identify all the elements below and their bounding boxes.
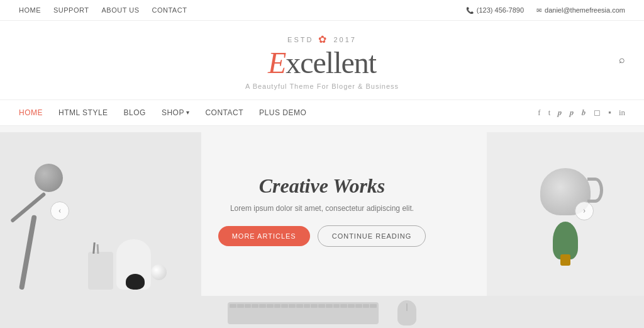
main-nav-links: HOME HTML STYLE BLOG SHOP CONTACT PLUS D…	[19, 108, 306, 117]
more-articles-button[interactable]: MORE ARTICLES	[218, 226, 310, 246]
flower-icon: ✿	[318, 33, 328, 45]
lamp-arm	[10, 192, 46, 223]
logo-rest: xcellent	[286, 46, 376, 79]
linkedin-icon[interactable]: in	[619, 108, 625, 118]
key	[281, 304, 288, 308]
pencil-cup	[88, 252, 113, 290]
panda-toy	[126, 274, 145, 290]
key	[267, 304, 274, 308]
key	[326, 304, 333, 308]
youtube-icon[interactable]: ▪	[608, 108, 611, 118]
hero-next-arrow[interactable]: ›	[575, 201, 594, 220]
main-nav: HOME HTML STYLE BLOG SHOP CONTACT PLUS D…	[0, 99, 644, 126]
small-sphere	[151, 264, 167, 280]
key	[237, 304, 244, 308]
nav-html-style[interactable]: HTML STYLE	[58, 108, 108, 117]
phone-icon	[466, 7, 474, 14]
pinterest-icon[interactable]: 𝒑	[558, 108, 562, 118]
key	[252, 304, 258, 308]
top-nav-about[interactable]: ABOUT US	[101, 6, 139, 14]
key	[289, 304, 296, 308]
key	[304, 304, 311, 308]
pinterest2-icon[interactable]: 𝒑	[570, 108, 574, 118]
continue-reading-button[interactable]: CONTINUE READING	[318, 225, 426, 247]
hero-right-image	[487, 132, 644, 296]
top-nav-support[interactable]: SUPPORT	[53, 6, 89, 14]
key	[348, 304, 355, 308]
site-logo[interactable]: Excellent	[19, 47, 625, 80]
behance-icon[interactable]: 𝒃	[582, 108, 586, 118]
key	[296, 304, 303, 308]
key	[340, 304, 347, 308]
social-icons: f t 𝒑 𝒑 𝒃 ◻ ▪ in	[538, 108, 625, 118]
site-header: ESTD ✿ 2017 Excellent A Beautyful Theme …	[0, 21, 644, 99]
email-info: daniel@themefreesia.com	[536, 6, 625, 14]
logo-e-letter: E	[268, 46, 286, 79]
email-icon	[536, 7, 541, 14]
phone-info: (123) 456-7890	[466, 6, 524, 14]
facebook-icon[interactable]: f	[538, 108, 540, 118]
key	[333, 304, 340, 308]
key	[311, 304, 318, 308]
hero-title: Creative Works	[218, 174, 426, 198]
hero-section: ‹ Creative Works Lorem ipsum dolor sit a…	[0, 126, 644, 296]
nav-home[interactable]: HOME	[19, 108, 43, 117]
top-bar: HOME SUPPORT ABOUT US CONTACT (123) 456-…	[0, 0, 644, 21]
keyboard-area	[0, 296, 644, 328]
twitter-icon[interactable]: t	[548, 108, 551, 118]
top-nav-contact[interactable]: CONTACT	[152, 6, 187, 14]
nav-plus-demo[interactable]: PLUS DEMO	[259, 108, 306, 117]
key	[355, 304, 362, 308]
estd-year: 2017	[333, 36, 356, 43]
site-tagline: A Beautyful Theme For Bloger & Business	[19, 82, 625, 90]
nav-shop[interactable]: SHOP	[162, 108, 190, 117]
browser-window: HOME SUPPORT ABOUT US CONTACT (123) 456-…	[0, 0, 644, 328]
top-contact-info: (123) 456-7890 daniel@themefreesia.com	[466, 6, 625, 14]
hero-subtitle: Lorem ipsum dolor sit amet, consectetur …	[218, 204, 426, 213]
lamp-base	[19, 215, 37, 290]
key	[274, 304, 281, 308]
desk-scene	[0, 132, 201, 296]
hero-content: Creative Works Lorem ipsum dolor sit ame…	[206, 162, 439, 259]
lamp-ball	[35, 164, 63, 192]
instagram-icon[interactable]: ◻	[594, 108, 601, 118]
key	[230, 304, 236, 308]
search-icon[interactable]: ⌕	[619, 54, 625, 65]
estd-line: ESTD ✿ 2017	[19, 33, 625, 45]
key	[363, 304, 370, 308]
key	[370, 304, 377, 308]
hero-left-image	[0, 132, 201, 296]
nav-blog[interactable]: BLOG	[124, 108, 146, 117]
top-nav: HOME SUPPORT ABOUT US CONTACT	[19, 6, 187, 14]
hero-prev-arrow[interactable]: ‹	[50, 201, 69, 220]
estd-label: ESTD	[287, 36, 313, 43]
hero-buttons: MORE ARTICLES CONTINUE READING	[218, 225, 426, 247]
key	[245, 304, 252, 308]
key	[318, 304, 325, 308]
plant	[553, 222, 578, 259]
mouse-visual	[397, 300, 416, 325]
top-nav-home[interactable]: HOME	[19, 6, 41, 14]
nav-contact[interactable]: CONTACT	[205, 108, 243, 117]
key	[259, 304, 266, 308]
keyboard-visual	[228, 302, 379, 324]
